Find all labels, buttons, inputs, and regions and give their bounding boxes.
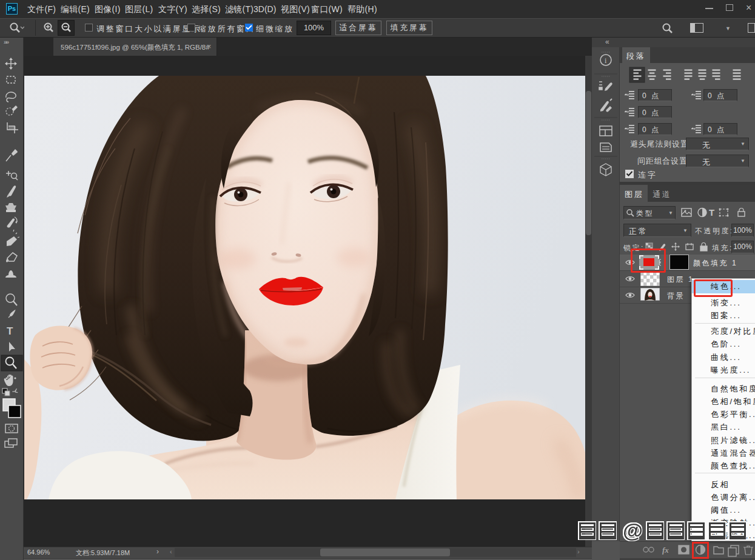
- svg-text:T: T: [7, 325, 13, 337]
- svg-text:T: T: [709, 207, 714, 218]
- svg-text:i: i: [605, 56, 607, 65]
- svg-text:fx: fx: [662, 545, 669, 555]
